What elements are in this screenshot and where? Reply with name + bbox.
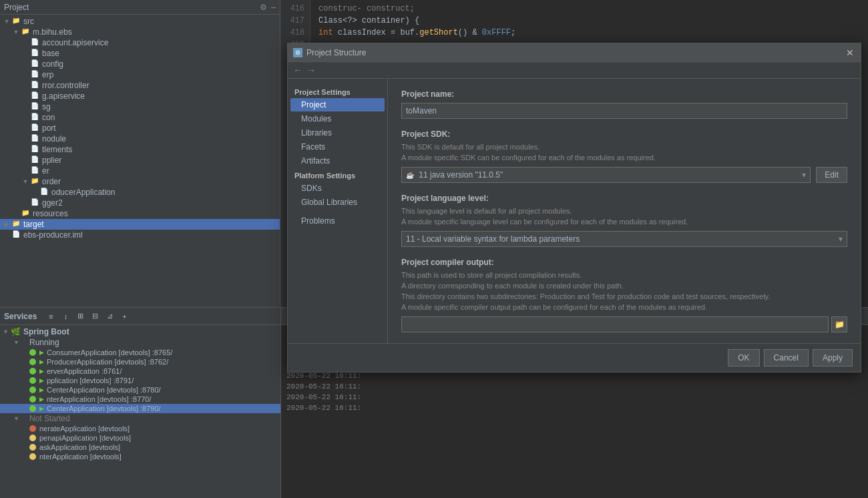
nav-forward-button[interactable]: → [306, 65, 316, 75]
project-name-input[interactable] [401, 103, 847, 119]
dialog-titlebar: ⚙ Project Structure ✕ [288, 43, 861, 62]
sidebar-item-global-libraries[interactable]: Global Libraries [290, 196, 385, 209]
sidebar-item-artifacts[interactable]: Artifacts [290, 154, 385, 168]
sdk-icon: ☕ [406, 172, 414, 179]
project-name-label: Project name: [401, 89, 847, 99]
dialog-icon: ⚙ [293, 48, 302, 57]
sdk-select-arrow-icon: ▾ [802, 170, 806, 180]
dialog-title-left: ⚙ Project Structure [293, 48, 366, 57]
project-settings-section-label: Project Settings [288, 87, 387, 97]
project-lang-title: Project language level: [401, 194, 847, 203]
platform-settings-section-label: Platform Settings [288, 170, 387, 181]
dialog-close-button[interactable]: ✕ [845, 47, 855, 58]
edit-sdk-button[interactable]: Edit [816, 167, 847, 183]
dialog-footer: OK Cancel Apply [288, 343, 861, 372]
lang-select[interactable]: 11 - Local variable syntax for lambda pa… [401, 231, 847, 247]
project-sdk-title: Project SDK: [401, 130, 847, 139]
compiler-folder-button[interactable]: 📁 [831, 316, 847, 332]
dialog-overlay: ⚙ Project Structure ✕ ← → Project Settin… [0, 0, 868, 498]
sidebar-item-project[interactable]: Project [290, 98, 385, 111]
compiler-output-input[interactable] [401, 316, 829, 332]
dialog-sidebar: Project Settings Project Modules Librari… [288, 79, 388, 343]
cancel-button[interactable]: Cancel [764, 349, 809, 366]
ok-button[interactable]: OK [728, 349, 759, 366]
sdk-value: 11 java version "11.0.5" [419, 170, 503, 180]
apply-button[interactable]: Apply [813, 349, 853, 366]
compiler-output-row: 📁 [401, 316, 847, 332]
sdk-select[interactable]: ☕ 11 java version "11.0.5" ▾ [401, 167, 811, 183]
lang-select-arrow-icon: ▾ [839, 234, 843, 244]
project-structure-dialog: ⚙ Project Structure ✕ ← → Project Settin… [287, 43, 861, 372]
dialog-nav: ← → [288, 62, 861, 79]
sidebar-item-problems[interactable]: Problems [290, 214, 385, 228]
sidebar-item-libraries[interactable]: Libraries [290, 126, 385, 140]
dialog-main: Project name: Project SDK: This SDK is d… [388, 79, 861, 343]
sidebar-item-modules[interactable]: Modules [290, 112, 385, 126]
compiler-output-desc: This path is used to store all project c… [401, 270, 847, 312]
nav-back-button[interactable]: ← [293, 65, 302, 75]
dialog-title-text: Project Structure [306, 48, 366, 57]
sidebar-item-sdks[interactable]: SDKs [290, 182, 385, 195]
project-lang-desc: This language level is default for all p… [401, 206, 847, 227]
sdk-row: ☕ 11 java version "11.0.5" ▾ Edit [401, 167, 847, 183]
lang-value: 11 - Local variable syntax for lambda pa… [406, 234, 580, 244]
project-sdk-desc: This SDK is default for all project modu… [401, 142, 847, 163]
dialog-body: Project Settings Project Modules Librari… [288, 79, 861, 343]
sidebar-item-facets[interactable]: Facets [290, 140, 385, 154]
compiler-output-title: Project compiler output: [401, 258, 847, 267]
